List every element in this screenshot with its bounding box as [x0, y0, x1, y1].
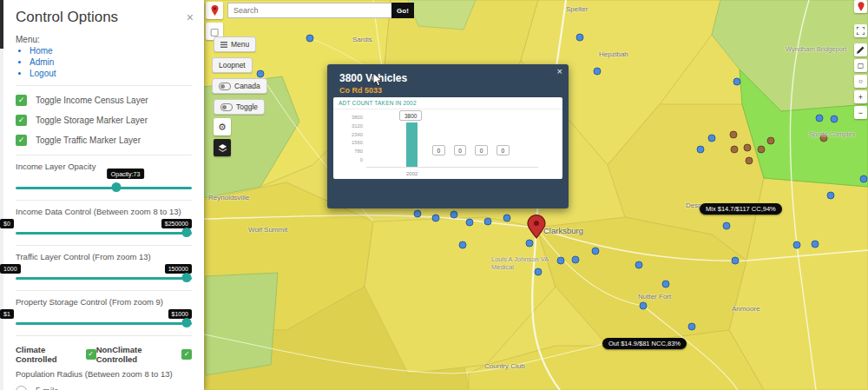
- toggle-button-label: Toggle: [236, 102, 258, 111]
- fullscreen-icon: [857, 27, 865, 35]
- link-logout[interactable]: Logout: [30, 69, 192, 78]
- draw-rectangle-button[interactable]: ▢: [854, 59, 867, 72]
- bar-value-label: 3800: [399, 110, 422, 121]
- map-marker-blue[interactable]: [484, 218, 491, 225]
- zoom-in-button[interactable]: +: [854, 90, 867, 103]
- map-marker-brown[interactable]: [767, 137, 774, 144]
- checkbox-checked-icon[interactable]: ✓: [16, 95, 27, 106]
- map-marker-blue[interactable]: [526, 240, 533, 247]
- radio-icon[interactable]: [16, 386, 27, 390]
- map-marker-blue[interactable]: [306, 35, 313, 42]
- chart-title: ADT COUNT TAKEN IN 2002: [333, 97, 562, 109]
- map-marker-blue[interactable]: [733, 78, 740, 85]
- map-marker-blue[interactable]: [257, 70, 264, 77]
- map-marker-blue[interactable]: [635, 261, 642, 268]
- close-icon[interactable]: ×: [557, 66, 562, 76]
- place-label: Spelter: [566, 5, 588, 13]
- fullscreen-button[interactable]: [854, 24, 867, 37]
- map-marker-blue[interactable]: [503, 215, 510, 221]
- map-marker-blue[interactable]: [688, 323, 695, 330]
- slider-track[interactable]: [16, 322, 192, 325]
- map-marker-brown[interactable]: [730, 131, 737, 138]
- map-marker-blue[interactable]: [576, 34, 583, 41]
- income-data-slider[interactable]: $0 $250000: [16, 218, 192, 239]
- map-marker-brown[interactable]: [758, 146, 765, 153]
- settings-button[interactable]: ⚙: [214, 118, 231, 136]
- search-input[interactable]: [227, 3, 391, 18]
- zoom-out-button[interactable]: −: [854, 106, 867, 119]
- link-admin[interactable]: Admin: [30, 57, 192, 67]
- marker-tool-button[interactable]: [854, 0, 867, 13]
- nonclimate-checkbox[interactable]: ✓: [181, 349, 192, 360]
- map-marker-blue[interactable]: [732, 257, 739, 264]
- map-marker-blue[interactable]: [662, 281, 669, 288]
- draw-pencil-button[interactable]: [854, 43, 867, 56]
- map-marker-blue[interactable]: [640, 302, 647, 309]
- minus-icon: −: [858, 109, 863, 117]
- menu-button[interactable]: Menu: [214, 36, 256, 52]
- map-marker-blue[interactable]: [459, 241, 466, 248]
- climate-checkbox[interactable]: ✓: [86, 349, 96, 360]
- map-marker-brown[interactable]: [744, 144, 751, 151]
- checkbox-checked-icon[interactable]: ✓: [16, 115, 27, 126]
- map-marker-blue[interactable]: [572, 256, 579, 263]
- toggle-traffic-marker-layer[interactable]: ✓ Toggle Traffic Marker Layer: [16, 135, 192, 146]
- population-radius-label: Population Radius (Between zoom 8 to 13): [16, 369, 192, 379]
- slider-thumb[interactable]: [111, 182, 121, 192]
- price-tag[interactable]: Out $14.9/$81 NCC,83%: [602, 338, 687, 349]
- map-marker-blue[interactable]: [432, 215, 439, 221]
- property-storage-slider[interactable]: $1 $1000: [16, 308, 192, 329]
- map-marker-blue[interactable]: [816, 115, 823, 122]
- price-tag[interactable]: Mix $14.7/$117 CC,94%: [700, 203, 782, 215]
- search-go-button[interactable]: Go!: [391, 3, 414, 18]
- map-marker-blue[interactable]: [860, 175, 867, 182]
- map-marker-blue[interactable]: [723, 222, 730, 229]
- square-icon: ▢: [210, 26, 219, 37]
- map-marker-blue[interactable]: [592, 248, 599, 254]
- map-marker-blue[interactable]: [414, 210, 421, 217]
- slider-track[interactable]: [16, 277, 192, 280]
- slider-thumb[interactable]: [181, 228, 191, 237]
- slider-thumb[interactable]: [181, 318, 191, 327]
- toggle-income-census-layer[interactable]: ✓ Toggle Income Census Layer: [16, 95, 192, 106]
- mouse-cursor: [372, 73, 383, 87]
- traffic-layer-slider[interactable]: 1000 150000: [16, 263, 192, 284]
- map-marker-brown[interactable]: [746, 157, 753, 164]
- toggle-button[interactable]: Toggle: [214, 99, 265, 115]
- loopnet-button[interactable]: Loopnet: [212, 57, 253, 73]
- plus-icon: +: [858, 93, 863, 102]
- map-marker-blue[interactable]: [827, 192, 834, 199]
- draw-circle-button[interactable]: ○: [854, 75, 867, 88]
- map-marker-blue[interactable]: [594, 68, 601, 75]
- layers-button[interactable]: [214, 139, 231, 156]
- panel-title: Control Options: [16, 9, 192, 26]
- close-icon[interactable]: ×: [187, 10, 194, 24]
- chart-bar-2002[interactable]: [406, 122, 418, 167]
- map-marker-brown[interactable]: [731, 146, 738, 153]
- place-label-poi: Louis A Johnson VA Medical: [491, 255, 552, 271]
- radius-option-5-mile[interactable]: 5 mile: [16, 386, 192, 390]
- slider-min-tag: $1: [0, 309, 14, 319]
- link-home[interactable]: Home: [30, 46, 192, 56]
- map-marker-blue[interactable]: [793, 241, 800, 248]
- income-opacity-slider[interactable]: Opacity:73: [16, 173, 192, 194]
- toggle-storage-marker-layer[interactable]: ✓ Toggle Storage Marker Layer: [16, 115, 192, 126]
- map-marker-blue[interactable]: [450, 211, 457, 218]
- slider-thumb[interactable]: [181, 273, 191, 282]
- canada-toggle-button[interactable]: Canada: [212, 78, 267, 94]
- sidebar-scrollbar[interactable]: [0, 0, 3, 390]
- map-marker-blue[interactable]: [812, 241, 819, 248]
- map-marker-blue[interactable]: [557, 257, 564, 264]
- zero-value: 0: [496, 145, 510, 155]
- toggle-switch-icon: [219, 83, 231, 90]
- checkbox-checked-icon[interactable]: ✓: [16, 135, 27, 146]
- locate-pin-button[interactable]: [206, 2, 223, 19]
- pencil-icon: [857, 46, 865, 54]
- map-marker-blue[interactable]: [697, 146, 704, 153]
- map-marker-blue[interactable]: [708, 135, 715, 142]
- slider-track[interactable]: [16, 232, 192, 235]
- slider-track[interactable]: [16, 187, 192, 189]
- map-marker-blue[interactable]: [831, 116, 838, 122]
- map-marker-blue[interactable]: [466, 219, 473, 226]
- place-label: Hepzibah: [599, 50, 628, 58]
